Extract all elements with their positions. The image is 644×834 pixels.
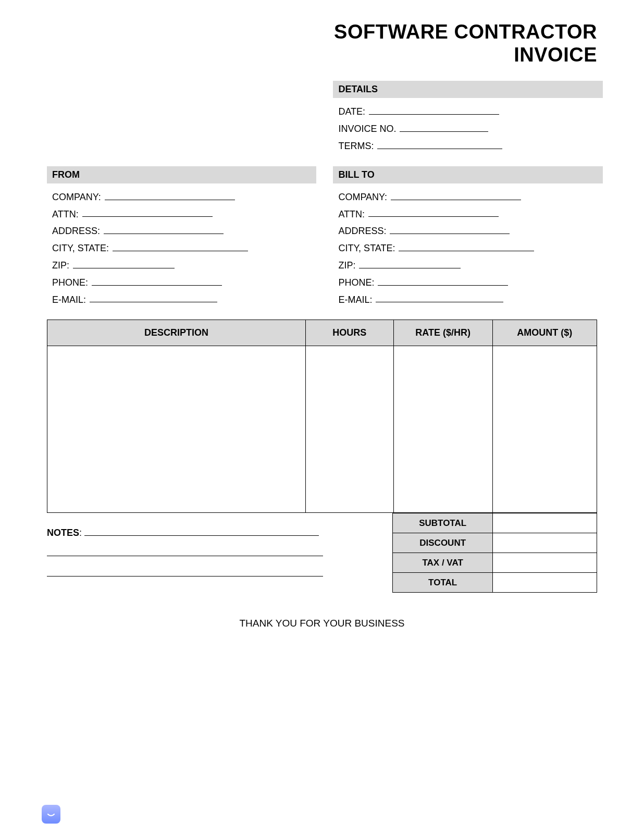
date-label: DATE: xyxy=(338,106,365,117)
details-section: DETAILS DATE: INVOICE NO. TERMS: xyxy=(333,81,602,153)
from-phone-row: PHONE: xyxy=(47,273,316,290)
tax-vat-value[interactable] xyxy=(493,553,597,573)
from-city-state-row: CITY, STATE: xyxy=(47,239,316,256)
document-title: SOFTWARE CONTRACTOR INVOICE xyxy=(47,21,597,66)
billto-zip-field[interactable] xyxy=(359,258,461,268)
from-company-row: COMPANY: xyxy=(47,188,316,205)
from-email-label: E-MAIL: xyxy=(52,294,86,304)
details-date-row: DATE: xyxy=(333,102,602,119)
col-rate-header: RATE ($/HR) xyxy=(393,320,492,346)
from-company-label: COMPANY: xyxy=(52,192,101,202)
notes-colon: : xyxy=(79,528,82,538)
app-badge-icon xyxy=(42,805,60,824)
notes-field-1[interactable] xyxy=(84,525,319,536)
from-address-label: ADDRESS: xyxy=(52,226,100,236)
from-city-state-label: CITY, STATE: xyxy=(52,243,109,253)
billto-city-state-field[interactable] xyxy=(399,241,534,251)
line-items-table: DESCRIPTION HOURS RATE ($/HR) AMOUNT ($) xyxy=(47,320,597,513)
details-header: DETAILS xyxy=(333,81,602,98)
notes-field-3[interactable] xyxy=(47,566,323,577)
billto-attn-row: ATTN: xyxy=(333,205,602,222)
from-phone-label: PHONE: xyxy=(52,277,88,288)
billto-zip-row: ZIP: xyxy=(333,256,602,273)
bill-to-section: BILL TO COMPANY: ATTN: ADDRESS: CITY, ST… xyxy=(333,166,602,308)
from-address-field[interactable] xyxy=(104,224,224,234)
col-hours-header: HOURS xyxy=(305,320,393,346)
tax-vat-label: TAX / VAT xyxy=(393,553,493,573)
billto-email-row: E-MAIL: xyxy=(333,290,602,308)
notes-label: NOTES xyxy=(47,528,79,538)
from-section: FROM COMPANY: ATTN: ADDRESS: CITY, STATE… xyxy=(47,166,316,308)
cell-hours[interactable] xyxy=(305,346,393,513)
cell-amount[interactable] xyxy=(492,346,597,513)
cell-description[interactable] xyxy=(47,346,306,513)
billto-email-field[interactable] xyxy=(376,292,503,303)
title-line-1: SOFTWARE CONTRACTOR xyxy=(47,21,597,44)
title-line-2: INVOICE xyxy=(47,44,597,67)
from-email-field[interactable] xyxy=(90,292,217,303)
col-amount-header: AMOUNT ($) xyxy=(492,320,597,346)
cell-rate[interactable] xyxy=(393,346,492,513)
from-zip-label: ZIP: xyxy=(52,260,69,271)
discount-value[interactable] xyxy=(493,533,597,553)
col-description-header: DESCRIPTION xyxy=(47,320,306,346)
billto-address-field[interactable] xyxy=(390,224,510,234)
date-field[interactable] xyxy=(369,104,499,115)
billto-company-field[interactable] xyxy=(391,190,521,200)
invoice-no-field[interactable] xyxy=(400,121,488,132)
details-terms-row: TERMS: xyxy=(333,137,602,154)
notes-section: NOTES: xyxy=(47,513,392,593)
terms-label: TERMS: xyxy=(338,141,374,151)
total-label: TOTAL xyxy=(393,573,493,593)
billto-email-label: E-MAIL: xyxy=(338,294,372,304)
details-invoice-row: INVOICE NO. xyxy=(333,119,602,137)
billto-zip-label: ZIP: xyxy=(338,260,355,271)
bill-to-header: BILL TO xyxy=(333,166,602,183)
invoice-no-label: INVOICE NO. xyxy=(338,124,396,134)
from-phone-field[interactable] xyxy=(92,275,222,286)
billto-company-row: COMPANY: xyxy=(333,188,602,205)
from-zip-row: ZIP: xyxy=(47,256,316,273)
billto-attn-label: ATTN: xyxy=(338,208,365,219)
billto-company-label: COMPANY: xyxy=(338,192,387,202)
billto-address-label: ADDRESS: xyxy=(338,226,386,236)
table-row xyxy=(47,346,597,513)
discount-label: DISCOUNT xyxy=(393,533,493,553)
billto-city-state-row: CITY, STATE: xyxy=(333,239,602,256)
subtotal-value[interactable] xyxy=(493,513,597,533)
billto-attn-field[interactable] xyxy=(368,207,499,217)
billto-phone-row: PHONE: xyxy=(333,273,602,290)
billto-phone-field[interactable] xyxy=(378,275,508,286)
from-zip-field[interactable] xyxy=(73,258,175,268)
from-attn-label: ATTN: xyxy=(52,208,79,219)
from-company-field[interactable] xyxy=(105,190,235,200)
from-attn-row: ATTN: xyxy=(47,205,316,222)
from-address-row: ADDRESS: xyxy=(47,222,316,239)
subtotal-label: SUBTOTAL xyxy=(393,513,493,533)
notes-field-2[interactable] xyxy=(47,546,323,556)
total-value[interactable] xyxy=(493,573,597,593)
from-attn-field[interactable] xyxy=(82,207,213,217)
billto-phone-label: PHONE: xyxy=(338,277,374,288)
thank-you-text: THANK YOU FOR YOUR BUSINESS xyxy=(47,618,597,629)
billto-address-row: ADDRESS: xyxy=(333,222,602,239)
from-header: FROM xyxy=(47,166,316,183)
billto-city-state-label: CITY, STATE: xyxy=(338,243,395,253)
totals-table: SUBTOTAL DISCOUNT TAX / VAT TOTAL xyxy=(392,513,597,593)
from-city-state-field[interactable] xyxy=(113,241,248,251)
from-email-row: E-MAIL: xyxy=(47,290,316,308)
terms-field[interactable] xyxy=(377,139,502,149)
